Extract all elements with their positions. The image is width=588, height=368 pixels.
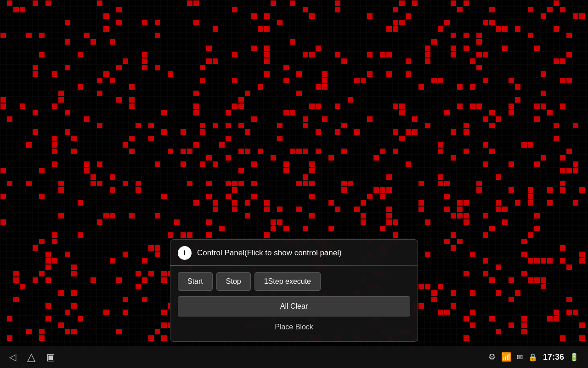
recents-button[interactable]: ▣ — [46, 351, 55, 362]
email-icon: ✉ — [517, 353, 523, 362]
control-panel-dialog: i Control Panel(Flick to show control pa… — [170, 239, 418, 342]
all-clear-button[interactable]: All Clear — [178, 296, 410, 316]
nav-icons: ◁ △ ▣ — [9, 351, 55, 363]
start-button[interactable]: Start — [178, 272, 213, 291]
status-bar: ◁ △ ▣ ⚙ 📶 ✉ 🔒 17:36 🔋 — [0, 346, 588, 368]
panel-divider — [170, 265, 418, 266]
place-block-button[interactable]: Place Block — [178, 319, 410, 335]
panel-header: i Control Panel(Flick to show control pa… — [170, 240, 418, 265]
signal-icon: 📶 — [501, 352, 511, 362]
panel-buttons-row: Start Stop 1Step execute — [170, 272, 418, 296]
status-time: 17:36 — [543, 352, 564, 362]
lock-icon: 🔒 — [528, 353, 537, 362]
panel-title: Control Panel(Flick to show control pane… — [197, 248, 342, 258]
stop-button[interactable]: Stop — [216, 272, 251, 291]
step-button[interactable]: 1Step execute — [254, 272, 321, 291]
home-button[interactable]: △ — [27, 351, 35, 363]
status-right: ⚙ 📶 ✉ 🔒 17:36 🔋 — [488, 352, 579, 362]
info-icon: i — [178, 246, 192, 260]
battery-icon: 🔋 — [570, 353, 579, 362]
back-button[interactable]: ◁ — [9, 351, 16, 362]
android-icon: ⚙ — [488, 352, 496, 362]
